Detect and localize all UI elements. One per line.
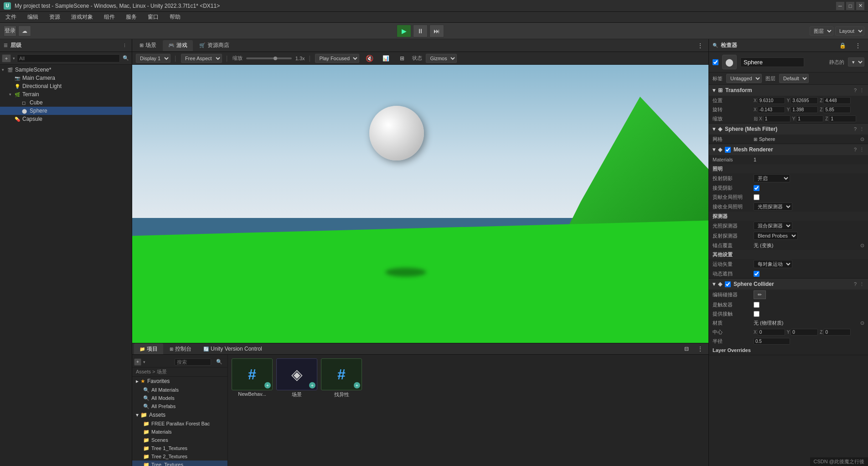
menu-file[interactable]: 文件	[4, 12, 18, 22]
maximize-button[interactable]: □	[846, 2, 854, 10]
account-button[interactable]: 登录	[4, 26, 16, 36]
asset-tree-textures[interactable]: 📁 Tree_Textures	[132, 461, 227, 466]
tab-scene[interactable]: ⊞ 场景	[134, 40, 162, 51]
menu-window[interactable]: 窗口	[146, 12, 160, 22]
provides-contacts-checkbox[interactable]	[754, 311, 760, 317]
menu-services[interactable]: 服务	[124, 12, 139, 22]
play-button[interactable]: ▶	[397, 25, 411, 37]
hier-item-maincamera[interactable]: ▸ 📷 Main Camera	[0, 74, 132, 82]
pos-y[interactable]	[790, 97, 818, 104]
asset-card-newbehav[interactable]: # + NewBehav...	[232, 358, 273, 398]
collider-header[interactable]: ▾ ◈ Sphere Collider ? ⋮	[709, 279, 868, 290]
radius-input[interactable]	[754, 338, 790, 345]
menu-assets[interactable]: 资源	[47, 12, 62, 22]
display-stats-button[interactable]: ⊞	[396, 53, 408, 64]
pos-z[interactable]	[823, 97, 851, 104]
tab-assetstore[interactable]: 🛒 资源商店	[194, 40, 235, 51]
transform-help[interactable]: ?	[854, 88, 857, 93]
rot-z[interactable]	[823, 106, 851, 113]
edit-collider-button[interactable]: ✏	[754, 290, 766, 299]
play-focused-select[interactable]: Play Focused	[315, 54, 359, 63]
pos-x[interactable]	[758, 97, 785, 104]
zoom-slider[interactable]	[246, 57, 292, 59]
asset-parallax-forest[interactable]: 📁 FREE Parallax Forest Bac	[132, 419, 227, 428]
tag-select[interactable]: Untagged	[726, 74, 762, 83]
motion-vectors-select[interactable]: 每对象运动	[754, 260, 792, 268]
stats-button[interactable]: 📊	[379, 53, 392, 64]
asset-search[interactable]	[175, 358, 211, 366]
center-z[interactable]	[823, 329, 851, 336]
tab-game[interactable]: 🎮 游戏	[163, 40, 193, 51]
hierarchy-add-button[interactable]: +	[2, 54, 11, 62]
tab-more-button[interactable]: ⋮	[694, 40, 707, 51]
hier-item-capsule[interactable]: ▸ 💊 Capsule	[0, 115, 132, 123]
hier-item-terrain[interactable]: ▾ 🌿 Terrain	[0, 90, 132, 98]
material-pick[interactable]: ⊙	[860, 320, 864, 326]
obj-name-input[interactable]	[740, 57, 804, 67]
mesh-filter-header[interactable]: ▾ ◈ Sphere (Mesh Filter) ? ⋮	[709, 124, 868, 135]
hier-item-sphere[interactable]: ▸ ⬤ Sphere	[0, 107, 132, 115]
renderer-more[interactable]: ⋮	[859, 147, 864, 153]
rot-x[interactable]	[758, 106, 785, 113]
asset-tree2-textures[interactable]: 📁 Tree 2_Textures	[132, 452, 227, 461]
collider-help[interactable]: ?	[854, 281, 857, 287]
is-trigger-checkbox[interactable]	[754, 302, 760, 308]
scale-z[interactable]	[829, 115, 856, 122]
hier-item-directionallight[interactable]: ▸ 💡 Directional Light	[0, 82, 132, 90]
hierarchy-options-button[interactable]: ⋮	[121, 42, 128, 49]
transform-header[interactable]: ▾ ⊞ Transform ? ⋮	[709, 85, 868, 96]
assets-section[interactable]: ▾ 📁 Assets	[132, 410, 227, 419]
gizmos-select[interactable]: Gizmos	[426, 54, 457, 63]
favorites-section[interactable]: ▸ ★ Favorites	[132, 377, 227, 386]
asset-scenes[interactable]: 📁 Scenes	[132, 436, 227, 444]
layout-dropdown[interactable]: Layout	[835, 26, 864, 36]
asset-card-scene[interactable]: ◈ + 场景	[276, 358, 317, 398]
asset-all-prefabs[interactable]: 🔍 All Prefabs	[132, 402, 227, 410]
cloud-button[interactable]: ☁	[18, 26, 31, 36]
receive-shadows-checkbox[interactable]	[754, 185, 760, 191]
asset-all-materials[interactable]: 🔍 All Materials	[132, 386, 227, 394]
collider-enabled-checkbox[interactable]	[725, 281, 731, 287]
static-dropdown[interactable]: ▾	[848, 57, 864, 67]
menu-gameobject[interactable]: 游戏对象	[69, 12, 95, 22]
add-asset-button[interactable]: +	[134, 358, 141, 366]
collider-more[interactable]: ⋮	[859, 281, 864, 287]
tab-project[interactable]: 📁 项目	[134, 343, 163, 354]
hier-item-cube[interactable]: ▸ ◻ Cube	[0, 98, 132, 107]
scale-x[interactable]	[763, 115, 790, 122]
mesh-pick-icon[interactable]: ⊙	[860, 136, 864, 142]
inspector-lock-button[interactable]: 🔒	[836, 40, 849, 51]
dynamic-occlusion-checkbox[interactable]	[754, 271, 760, 277]
aspect-select[interactable]: Free Aspect	[181, 54, 222, 63]
obj-active-checkbox[interactable]	[713, 59, 718, 65]
asset-tree1-textures[interactable]: 📁 Tree 1_Textures	[132, 444, 227, 452]
asset-all-models[interactable]: 🔍 All Models	[132, 394, 227, 402]
rot-y[interactable]	[790, 106, 818, 113]
receive-gi-select[interactable]: 光照探测器	[754, 202, 792, 211]
contribute-gi-checkbox[interactable]	[754, 194, 760, 200]
menu-help[interactable]: 帮助	[168, 12, 182, 22]
tab-console[interactable]: ⊞ 控制台	[164, 343, 197, 354]
step-button[interactable]: ⏭	[429, 25, 444, 37]
mute-button[interactable]: 🔇	[363, 53, 376, 64]
menu-edit[interactable]: 编辑	[26, 12, 40, 22]
tab-version-control[interactable]: 🔄 Unity Version Control	[198, 343, 268, 354]
light-probes-select[interactable]: 混合探测器	[754, 222, 792, 230]
reflection-probes-select[interactable]: Blend Probes	[754, 232, 798, 240]
minimize-button[interactable]: ─	[836, 2, 844, 10]
renderer-help[interactable]: ?	[854, 147, 857, 152]
bottom-panel-more[interactable]: ⋮	[694, 343, 707, 354]
close-button[interactable]: ✕	[856, 2, 864, 10]
mesh-renderer-header[interactable]: ▾ ◈ Mesh Renderer ? ⋮	[709, 144, 868, 155]
display-select[interactable]: Display 1	[136, 54, 170, 63]
inspector-more-button[interactable]: ⋮	[852, 40, 864, 51]
asset-search-icon[interactable]: 🔍	[213, 357, 226, 368]
mesh-more[interactable]: ⋮	[859, 126, 864, 132]
layer-select[interactable]: Default	[779, 74, 809, 83]
cast-shadows-select[interactable]: 开启	[754, 174, 790, 182]
scale-y[interactable]	[796, 115, 823, 122]
bottom-panel-expand[interactable]: ⊟	[680, 343, 693, 354]
mesh-help[interactable]: ?	[854, 126, 857, 132]
transform-more[interactable]: ⋮	[859, 88, 864, 93]
center-y[interactable]	[790, 329, 818, 336]
